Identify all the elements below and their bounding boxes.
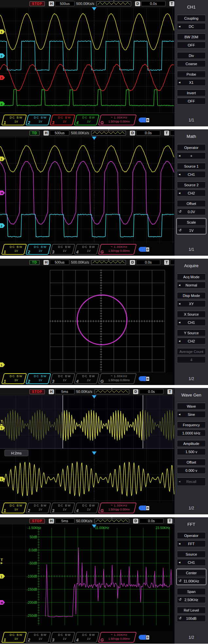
menu-label-ref-level[interactable]: Ref Level [177,607,206,614]
channel-1-badge[interactable]: 1DC BW1V [1,632,27,643]
delay-key: D [133,389,138,394]
menu-label-scale[interactable]: Scale [177,219,206,226]
run-state-badge: STOP [29,389,45,394]
menu-value-text: CH2 [188,191,195,195]
channel-badge-content: 2DC BW1V [27,115,49,125]
generator-settings-text: ~1.00KHz1.50Vpp 0.00mv [103,504,135,511]
menu-value-text: 4 [190,358,192,362]
generator-badge[interactable]: G~1.00KHz1.50Vpp 0.00mv [98,115,137,125]
menu-label-average-count[interactable]: Average Count [177,348,206,355]
menu-group-y-source: Y Source◀CH2 [176,329,206,345]
menu-value-probe[interactable]: ◀X1 [177,79,206,86]
menu-label-offset[interactable]: Offset [177,459,206,466]
menu-label-source-1[interactable]: Source 1 [177,163,206,170]
channel-2-badge[interactable]: 2DC BW1V [26,632,51,643]
channel-1-badge[interactable]: 1DC BW1V [1,503,27,513]
menu-label-center[interactable]: Center [177,569,206,576]
menu-value-acq-mode[interactable]: ◀Normal [177,282,206,288]
generator-badge[interactable]: G~1.00KHz1.50Vpp 0.00mv [98,373,137,384]
menu-value-text: 1V [189,229,193,232]
menu-label-disp-mode[interactable]: Disp Mode [177,292,206,299]
channel-3-badge[interactable]: 3DC BW1V [50,503,75,513]
menu-value-text: 1.500 v [185,450,197,454]
generator-badge[interactable]: G~1.00KHz1.50Vpp 0.00mv [98,503,137,513]
trigger-position-marker-icon[interactable] [92,451,96,455]
menu-label-span[interactable]: Span [177,588,206,595]
menu-label-x-source[interactable]: X Source [177,311,206,318]
channel-4-badge[interactable]: 4DC BW1V [74,373,99,384]
menu-value-div[interactable]: Coarse [177,60,206,67]
channel-2-badge[interactable]: 2DC BW1V [26,244,51,255]
channel-1-badge[interactable]: 1DC BW1V [1,115,27,125]
menu-label-acq-mode[interactable]: Acq Mode [177,273,206,280]
menu-value-wave[interactable]: ◀Sine [177,411,206,418]
menu-label-wave[interactable]: Wave [177,403,206,410]
menu-value-operator[interactable]: ◀FFT [177,540,206,547]
channel-3-badge[interactable]: 3DC BW1V [50,244,75,255]
menu-label-invert[interactable]: Invert [177,89,206,96]
menu-value-frequency[interactable]: 1.0000 kHz [177,430,206,436]
menu-value-offset[interactable]: 0.000 v [177,467,206,474]
menu-group-bw-20m: BW 20MOFF [176,33,206,49]
channel-4-badge[interactable]: 4DC BW1V [74,244,99,255]
channel-2-badge[interactable]: 2DC BW1V [26,115,51,125]
channel-3-badge[interactable]: 3DC BW1V [50,373,75,384]
menu-label-frequency[interactable]: Frequency [177,421,206,428]
channel-settings-text: DC BW1V [32,374,49,382]
menu-value-offset[interactable]: ↺0.0V [177,208,206,215]
menu-value-invert[interactable]: OFF [177,98,206,104]
menu-value-coupling[interactable]: ◀DC [177,23,206,30]
menu-value-text: OFF [188,99,195,103]
menu-value-y-source[interactable]: ◀CH2 [177,338,206,344]
menu-value-recall[interactable]: ◀Recall [177,477,206,486]
generator-badge[interactable]: G~1.00KHz1.50Vpp 0.00mv [98,632,137,643]
menu-label-offset[interactable]: Offset [177,200,206,207]
channel-3-badge[interactable]: 3DC BW1V [50,115,75,125]
menu-value-x-source[interactable]: ◀CH1 [177,319,206,326]
generator-badge[interactable]: G~1.00KHz1.50Vpp 0.00mv [98,244,137,255]
menu-value-scale[interactable]: ↺1V [177,227,206,234]
menu-value-amplitude[interactable]: 1.500 v [177,448,206,455]
menu-group-probe: Probe◀X1 [176,70,206,86]
menu-label-div[interactable]: Div [177,52,206,59]
trigger-position-tick: T [113,0,114,2]
menu-value-operator[interactable]: ◀+ [177,152,206,159]
svg-text:2: 2 [1,224,2,228]
menu-label-coupling[interactable]: Coupling [177,15,206,22]
menu-value-source-2[interactable]: ◀CH2 [177,190,206,196]
channel-3-badge[interactable]: 3DC BW1V [50,632,75,643]
channel-4-badge[interactable]: 4DC BW1V [74,632,99,643]
channel-1-badge[interactable]: 1DC BW1V [1,244,27,255]
trigger-position-marker-icon[interactable] [92,7,96,10]
channel-badge-content: 1DC BW1V [3,374,25,383]
soft-menu: CH1 Coupling◀DCBW 20MOFFDivCoarseProbe◀X… [174,0,208,126]
channel-2-badge[interactable]: 2DC BW1V [26,373,51,384]
svg-text:1: 1 [1,363,2,367]
menu-value-average-count[interactable]: 4 [177,356,206,363]
usb-b-icon: B [146,377,149,381]
channel-4-badge[interactable]: 4DC BW1V [74,115,99,125]
menu-label-source-2[interactable]: Source 2 [177,181,206,188]
freq-axis-label: -1.50KHz [27,526,41,530]
channel-4-badge[interactable]: 4DC BW1V [74,503,99,513]
menu-value-ref-level[interactable]: ↺100dB [177,615,206,622]
menu-value-span[interactable]: ↺2.50KHz [177,596,206,603]
channel-badge-content: 3DC BW1V [52,374,73,383]
menu-label-bw-20m[interactable]: BW 20M [177,33,206,40]
menu-label-y-source[interactable]: Y Source [177,329,206,336]
menu-label-probe[interactable]: Probe [177,71,206,78]
menu-value-disp-mode[interactable]: ◀XY [177,300,206,307]
waveform-display: 1M2 [0,137,174,243]
menu-value-source[interactable]: ◀CH1 [177,559,206,566]
menu-label-amplitude[interactable]: Amplitude [177,440,206,447]
waveform-preview: T [95,519,129,524]
menu-value-bw-20m[interactable]: OFF [177,42,206,48]
menu-label-operator[interactable]: Operator [177,532,206,539]
trigger-position-marker-icon[interactable] [92,137,96,140]
menu-label-source[interactable]: Source [177,551,206,558]
menu-label-operator[interactable]: Operator [177,144,206,151]
menu-value-center[interactable]: ↺11.00KHz [177,578,206,584]
menu-value-source-1[interactable]: ◀CH1 [177,171,206,178]
channel-1-badge[interactable]: 1DC BW1V [1,373,27,384]
channel-2-badge[interactable]: 2DC BW1V [26,503,51,513]
